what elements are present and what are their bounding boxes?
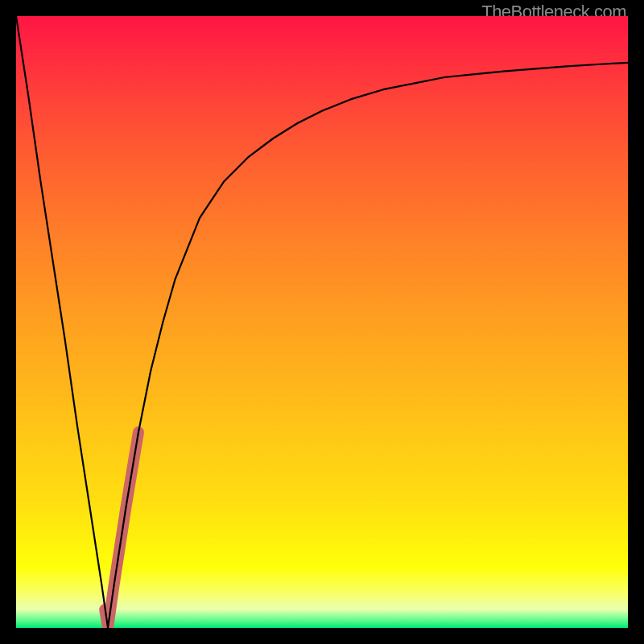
chart-frame: TheBottleneck.com <box>0 0 644 644</box>
curve-svg <box>16 16 628 628</box>
bottleneck-curve <box>16 16 628 628</box>
plot-area <box>16 16 628 628</box>
